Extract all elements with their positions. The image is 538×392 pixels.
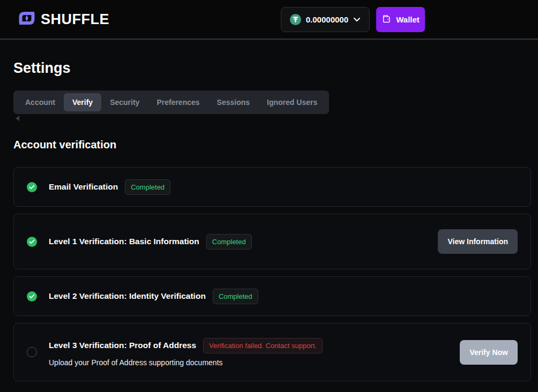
settings-page: Settings AccountVerifySecurityPreference… <box>0 60 538 381</box>
verification-title: Level 2 Verification: Identity Verificat… <box>49 291 206 301</box>
shuffle-logo-icon <box>18 9 36 29</box>
status-badge: Completed <box>213 289 258 304</box>
verification-title: Level 3 Verification: Proof of Address <box>49 341 196 350</box>
status-badge: Verification failed. Contact support. <box>203 338 323 353</box>
tab-sessions[interactable]: Sessions <box>208 93 258 111</box>
wallet-button[interactable]: Wallet <box>376 7 425 32</box>
view-information-button[interactable]: View Information <box>438 229 518 254</box>
shuffle-logo[interactable]: SHUFFLE <box>18 9 109 29</box>
tab-ignored-users[interactable]: Ignored Users <box>258 93 326 111</box>
verification-card: Email VerificationCompleted <box>13 167 531 207</box>
verification-card: Level 2 Verification: Identity Verificat… <box>13 276 531 316</box>
verification-subtitle: Upload your Proof of Address supporting … <box>49 358 323 367</box>
status-badge: Completed <box>206 234 252 250</box>
wallet-button-label: Wallet <box>396 15 420 24</box>
chevron-down-icon <box>353 17 361 22</box>
settings-tabs: AccountVerifySecurityPreferencesSessions… <box>13 91 329 114</box>
verification-card: Level 1 Verification: Basic InformationC… <box>13 214 531 269</box>
tab-verify[interactable]: Verify <box>64 93 101 111</box>
tabs-scroll-left-icon <box>16 116 19 121</box>
verification-card: Level 3 Verification: Proof of AddressVe… <box>13 323 531 381</box>
tether-icon <box>290 14 301 25</box>
balance-selector[interactable]: 0.00000000 <box>281 7 370 32</box>
verify-now-button[interactable]: Verify Now <box>460 340 518 365</box>
check-circle-icon <box>27 237 37 247</box>
tab-security[interactable]: Security <box>101 93 148 111</box>
verification-title: Email Verification <box>49 182 118 192</box>
page-title: Settings <box>13 60 531 77</box>
tab-account[interactable]: Account <box>17 93 64 111</box>
wallet-icon <box>382 15 391 24</box>
verification-title: Level 1 Verification: Basic Information <box>49 237 199 246</box>
top-navbar: SHUFFLE 0.00000000 <box>0 0 538 40</box>
empty-circle-icon <box>27 347 37 357</box>
balance-amount: 0.00000000 <box>306 15 348 24</box>
check-circle-icon <box>27 182 37 192</box>
tab-preferences[interactable]: Preferences <box>148 93 208 111</box>
verification-list: Email VerificationCompletedLevel 1 Verif… <box>13 167 531 381</box>
status-badge: Completed <box>125 179 170 195</box>
check-circle-icon <box>27 291 37 301</box>
brand-name: SHUFFLE <box>41 11 109 28</box>
section-title: Account verification <box>13 139 531 151</box>
